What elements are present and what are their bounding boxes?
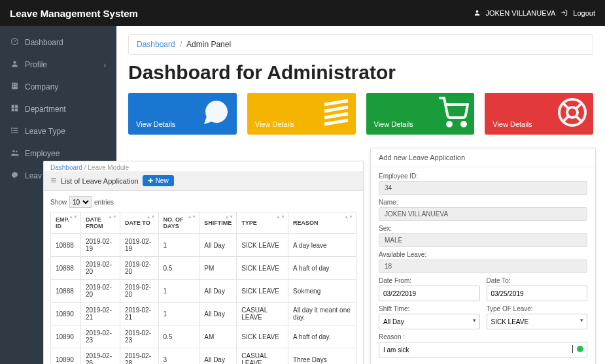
- table-cell: 2019-02-19: [120, 234, 158, 257]
- table-cell: Three Days: [288, 348, 356, 365]
- table-row[interactable]: 108902019-02-212019-02-211All DayCASUAL …: [51, 303, 356, 325]
- svg-rect-6: [13, 86, 14, 88]
- table-cell: All Day: [199, 303, 237, 325]
- field-reason: Reason :: [379, 333, 587, 357]
- table-cell: 2019-02-28: [120, 348, 158, 365]
- sidebar-item-label: Leav: [25, 171, 42, 180]
- col-emp-id[interactable]: EMP. ID▲▼: [51, 212, 81, 234]
- date-from-label: Date From:: [379, 277, 480, 284]
- topbar-right: JOKEN VILLANUEVA Logout: [474, 9, 595, 18]
- notes-icon: [319, 97, 351, 130]
- svg-point-25: [447, 122, 451, 126]
- chat-icon: [200, 97, 232, 130]
- tile-blue[interactable]: View Details: [128, 93, 237, 135]
- sidebar-item-label: Company: [25, 82, 58, 91]
- table-cell: A haft of day: [288, 257, 356, 280]
- sort-icon: ▲▼: [108, 216, 117, 219]
- lifebuoy-icon: [557, 97, 588, 130]
- table-cell: 2019-02-23: [80, 325, 120, 348]
- sort-icon: ▲▼: [69, 216, 78, 219]
- type-select[interactable]: SICK LEAVE: [487, 314, 588, 329]
- tile-yellow[interactable]: View Details: [247, 93, 356, 135]
- svg-rect-4: [13, 84, 14, 85]
- col-reason[interactable]: REASON▲▼: [288, 212, 356, 234]
- reason-input[interactable]: [379, 342, 587, 357]
- sidebar-item-label: Dashboard: [25, 38, 63, 47]
- list-icon: [10, 126, 20, 137]
- field-name: Name: JOKEN VILLANUEVA: [379, 199, 587, 221]
- table-cell: 10890: [51, 303, 81, 325]
- table-cell: 1: [158, 303, 199, 325]
- svg-line-31: [576, 103, 582, 109]
- breadcrumb-sep: /: [180, 40, 182, 49]
- page-size-select[interactable]: 10: [69, 196, 92, 208]
- table-cell: 2019-02-20: [80, 257, 120, 280]
- employee-id-value: 34: [379, 181, 587, 195]
- col-type[interactable]: TYPE▲▼: [237, 212, 288, 234]
- table-row[interactable]: 108882019-02-202019-02-201All DaySICK LE…: [51, 280, 356, 303]
- logout-link[interactable]: Logout: [573, 9, 595, 17]
- date-to-input[interactable]: [487, 286, 588, 301]
- svg-point-17: [12, 132, 12, 133]
- breadcrumb-root[interactable]: Dashboard: [137, 40, 175, 49]
- tile-green[interactable]: View Details: [366, 93, 475, 135]
- sidebar-item-company[interactable]: Company: [0, 76, 116, 98]
- list-crumb-root[interactable]: Dashboard: [50, 164, 82, 171]
- table-row[interactable]: 108902019-02-262019-02-283All DayCASUAL …: [51, 348, 356, 365]
- table-cell: 10890: [51, 325, 81, 348]
- svg-rect-8: [12, 105, 14, 108]
- cart-icon: [438, 97, 469, 130]
- logout-icon[interactable]: [561, 9, 568, 18]
- page-title: Dashboard for Administrator: [128, 61, 593, 84]
- sidebar-item-leave-type[interactable]: Leave Type: [0, 120, 116, 142]
- available-label: Available Leave:: [379, 251, 587, 258]
- sidebar-item-label: Profile: [25, 60, 47, 69]
- field-available: Available Leave: 18: [379, 251, 587, 273]
- col-days[interactable]: NO. OF DAYS▲▼: [158, 212, 199, 234]
- chevron-right-icon: ›: [104, 61, 106, 69]
- sidebar-item-label: Employee: [25, 149, 60, 158]
- type-label: Type OF Leave:: [487, 305, 588, 312]
- table-cell: SICK LEAVE: [237, 325, 288, 348]
- breadcrumb-current: Admin Panel: [186, 40, 231, 49]
- table-row[interactable]: 108882019-02-202019-02-200.5PMSICK LEAVE…: [51, 257, 356, 280]
- svg-rect-11: [15, 108, 18, 111]
- table-cell: All Day: [199, 280, 237, 303]
- svg-rect-10: [12, 108, 14, 111]
- svg-line-29: [563, 103, 569, 109]
- table-cell: 2019-02-21: [80, 303, 120, 325]
- table-row[interactable]: 108882019-02-192019-02-191All DaySICK LE…: [51, 234, 356, 257]
- sort-icon: ▲▼: [147, 216, 156, 219]
- tile-red[interactable]: View Details: [485, 93, 593, 135]
- sort-icon: ▲▼: [344, 216, 353, 219]
- new-button[interactable]: ✚ New: [143, 175, 174, 186]
- shift-select[interactable]: All Day: [379, 314, 480, 329]
- plus-icon: ✚: [148, 177, 153, 184]
- table-cell: SICK LEAVE: [237, 280, 288, 303]
- svg-point-15: [12, 128, 12, 129]
- show-suffix: entries: [94, 199, 114, 206]
- app-title: Leave Management System: [10, 8, 138, 19]
- table-cell: 2019-02-20: [120, 257, 158, 280]
- sidebar-item-dashboard[interactable]: Dashboard: [0, 31, 116, 54]
- sidebar-item-label: Department: [25, 105, 66, 114]
- col-date-from[interactable]: DATE FROM▲▼: [80, 212, 120, 234]
- field-shift: Shift Time: All Day: [379, 305, 480, 329]
- sex-value: MALE: [379, 233, 587, 247]
- table-cell: 2019-02-26: [80, 348, 120, 365]
- table-row[interactable]: 108902019-02-232019-02-230.5AMSICK LEAVE…: [51, 325, 356, 348]
- leave-list-panel: Dashboard / Leave Module List of Leave A…: [43, 161, 364, 364]
- svg-point-16: [12, 130, 12, 131]
- sidebar-item-profile[interactable]: Profile ›: [0, 54, 116, 76]
- sort-icon: ▲▼: [276, 216, 285, 219]
- col-date-to[interactable]: DATE TO▲▼: [120, 212, 158, 234]
- table-cell: 10888: [51, 234, 81, 257]
- sidebar-item-department[interactable]: Department: [0, 98, 116, 120]
- field-employee-id: Employee ID: 34: [379, 173, 587, 195]
- date-from-input[interactable]: [379, 286, 480, 301]
- current-user: JOKEN VILLANUEVA: [486, 9, 556, 17]
- col-shift[interactable]: SHIFTIME▲▼: [199, 212, 237, 234]
- table-cell: 10888: [51, 280, 81, 303]
- shift-label: Shift Time:: [379, 305, 480, 312]
- tile-label: View Details: [493, 120, 532, 128]
